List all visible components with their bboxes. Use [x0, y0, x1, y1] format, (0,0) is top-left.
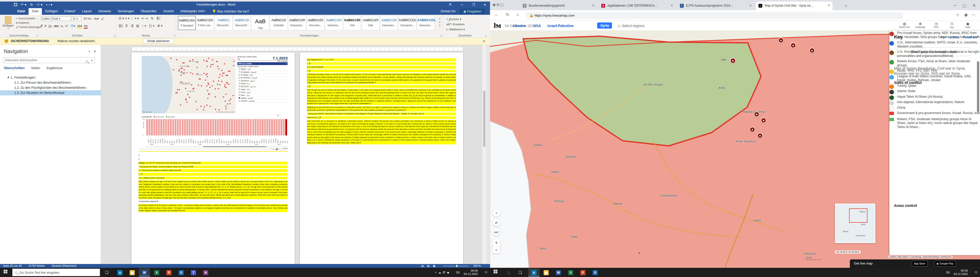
taskbar-app-icon[interactable]: e	[528, 268, 539, 277]
enable-content-button[interactable]: Inhalt aktivieren	[143, 38, 174, 44]
replace-button[interactable]: ab↷ Ersetzen	[446, 22, 465, 27]
header-nav-item[interactable]: ◍ News Live	[897, 22, 912, 28]
reload-button[interactable]: ↻	[506, 12, 509, 17]
ribbon-tab[interactable]: Überprüfen	[137, 8, 160, 15]
font-size-combobox[interactable]: 11 ▾	[72, 17, 81, 21]
increase-indent-icon[interactable]: ⇥	[145, 17, 149, 20]
start-button[interactable]	[0, 268, 11, 277]
text-effects-icon[interactable]: Ⓐ▾	[70, 24, 75, 28]
underline-button[interactable]: U	[48, 24, 51, 28]
figure-scrollbar[interactable]	[146, 146, 288, 147]
style-chip[interactable]: AaBbCcDUntertitel	[270, 16, 288, 30]
checkbox[interactable]	[239, 94, 240, 96]
dialog-launcher-icon[interactable]: ⇲	[440, 35, 442, 37]
checkbox[interactable]	[239, 89, 240, 90]
change-case-icon[interactable]: Aa▾	[94, 17, 99, 20]
redo-icon[interactable]: ↻	[30, 3, 33, 6]
compare-map-control[interactable]: ⇄	[493, 219, 500, 226]
screenshot-map-control[interactable]: ⌖	[493, 209, 500, 217]
app-store-badge[interactable]: App Store	[912, 261, 928, 266]
zoom-slider[interactable]	[443, 266, 469, 266]
line-spacing-icon[interactable]: ↕▾	[142, 24, 147, 27]
expand-icon[interactable]: ⌄	[237, 82, 239, 84]
expand-icon[interactable]: ⌄	[237, 74, 239, 76]
shrink-font-icon[interactable]: A˅	[88, 17, 92, 20]
browser-tab[interactable]: ʟ Map of Syrian Civil War - Syria ne… ✕	[756, 2, 832, 10]
style-chip[interactable]: AABBCCDLSchwache...	[398, 16, 416, 30]
checkbox[interactable]	[239, 71, 240, 73]
browser-tab[interactable]: A Applikationen | DIE ÖSTERREICH… ✕	[599, 2, 675, 10]
align-right-icon[interactable]: ⇶	[130, 24, 134, 27]
favorites-star-icon[interactable]: ☆	[956, 12, 959, 17]
notification-icon[interactable]: 🗨	[485, 268, 487, 277]
style-chip[interactable]: AaBbCcDc¶ Standard	[178, 16, 196, 30]
expand-icon[interactable]: ⌄	[237, 97, 239, 99]
search-dropdown-icon[interactable]: ▾	[91, 58, 93, 63]
home-button[interactable]: ⌂	[517, 12, 519, 17]
style-chip[interactable]: AaBbC(Überschrif...	[215, 16, 232, 30]
dialog-launcher-icon[interactable]: ⇲	[114, 35, 115, 37]
expand-icon[interactable]: ⌄	[237, 100, 239, 101]
grow-font-icon[interactable]: A˄	[84, 17, 88, 21]
zoom-slider[interactable]	[272, 149, 280, 149]
expand-icon[interactable]: ⌄	[237, 94, 239, 96]
location-filter-row[interactable]: ⌄ Quneitra - القنيطرة	[237, 100, 288, 103]
ribbon-tab[interactable]: Entwurf	[61, 8, 78, 15]
location-filter-row[interactable]: ⌄ Homs - حمص	[237, 91, 288, 94]
tab-close-icon[interactable]: ✕	[671, 4, 673, 7]
nav-tab-headings[interactable]: Überschriften	[4, 66, 24, 70]
align-left-icon[interactable]: ⬱	[119, 24, 123, 27]
justify-icon[interactable]: ▤	[136, 24, 140, 27]
numbered-list-icon[interactable]: ≡▾	[125, 17, 130, 20]
save-icon[interactable]	[14, 3, 17, 6]
style-chip[interactable]: AaBbCcDtHervorhe...	[307, 16, 325, 30]
location-filter-row[interactable]: ⌄ Aleppo - حلب	[237, 68, 288, 71]
restore-button[interactable]: ❐	[468, 2, 479, 8]
address-bar[interactable]: 🔒 https://syria.liveuamap.com	[526, 12, 904, 19]
checkbox[interactable]	[239, 77, 240, 78]
ribbon-display-options-icon[interactable]: ⇱	[445, 2, 455, 8]
browser-maximize-button[interactable]: ▢	[963, 3, 966, 8]
taskbar-app-icon[interactable]: X	[565, 268, 576, 277]
nav-tab-results[interactable]: Ergebnisse	[47, 66, 63, 70]
clock[interactable]: 09:5804.12.2023	[951, 268, 968, 277]
expand-icon[interactable]: ⌄	[237, 77, 239, 78]
touch-mode-icon[interactable]: ☉ ▾	[37, 3, 42, 6]
task-view-icon[interactable]: ❏	[101, 268, 112, 277]
checkbox[interactable]	[239, 83, 240, 84]
document-page-1[interactable]: Ash ShamiyahWadi JahannamAl BahluliyahSi…	[131, 52, 295, 264]
nav-heading-item[interactable]: ◢ 1. Feststellungen:	[0, 75, 101, 80]
style-chip[interactable]: AaBbCcDtIntensives...	[380, 16, 398, 30]
taskbar-app-icon[interactable]: N	[200, 268, 211, 277]
style-chip[interactable]: AaBbCcDtSchwache...	[288, 16, 306, 30]
tab-close-icon[interactable]: ✕	[592, 4, 594, 7]
collapse-ribbon-icon[interactable]: ˄	[485, 35, 487, 37]
document-page-2[interactable]: age [Targeting 2022, 2.1, p. 37]. ¶[...]…	[300, 52, 463, 264]
sort-icon[interactable]: ⇅	[151, 17, 154, 20]
close-button[interactable]: ✕	[480, 2, 490, 8]
taskbar-app-icon[interactable]: ▣	[541, 268, 552, 277]
italic-button[interactable]: K	[45, 24, 47, 28]
expand-icon[interactable]: ⌄	[237, 91, 239, 93]
style-chip[interactable]: AABBCCDLIntensiver...	[417, 16, 434, 30]
show-paragraph-marks-icon[interactable]: ¶	[156, 17, 160, 20]
minimize-button[interactable]: ─	[457, 2, 467, 8]
taskbar-app-icon[interactable]: O	[590, 268, 601, 277]
tray-icons[interactable]: ˄ ☁ 🗗 ◆	[435, 268, 449, 277]
event-marker-icon[interactable]: ★	[778, 38, 784, 43]
keyboard-language[interactable]: DE	[946, 268, 950, 277]
qat-more-icon[interactable]: ▪ ▫ ▾	[46, 3, 52, 6]
format-painter-button[interactable]: 🖉 Format übertragen	[16, 25, 41, 29]
document-vertical-scrollbar[interactable]	[482, 45, 486, 264]
tree-collapse-icon[interactable]: ◢	[7, 76, 9, 78]
undo-icon[interactable]: ↶ ▾	[21, 3, 27, 6]
language-indicator[interactable]: Deutsch (Österreich)	[52, 264, 76, 267]
borders-icon[interactable]: ⊞▾	[157, 24, 163, 27]
checkbox[interactable]	[239, 100, 240, 101]
find-button[interactable]: Suchen ▾	[446, 17, 465, 22]
new-tab-button[interactable]: +	[845, 3, 847, 8]
taskbar-app-icon[interactable]: W	[553, 268, 564, 277]
warning-close-icon[interactable]: ✕	[483, 39, 485, 43]
ribbon-tab[interactable]: Layout	[79, 8, 95, 15]
paste-button[interactable]: Einfügen▾	[3, 16, 14, 30]
